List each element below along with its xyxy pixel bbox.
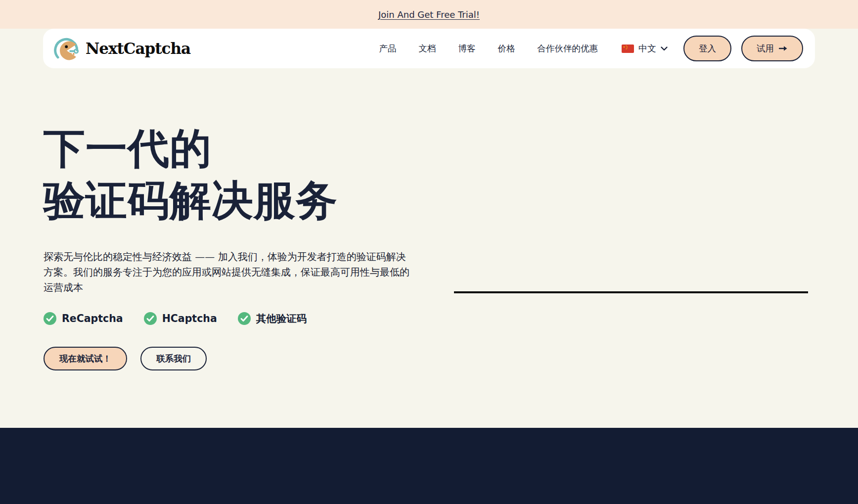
hero-title-line2: 验证码解决服务 [44, 175, 858, 227]
language-label: 中文 [638, 43, 656, 54]
feature-recaptcha: ReCaptcha [44, 312, 123, 325]
feature-hcaptcha: HCaptcha [144, 312, 217, 325]
china-flag-icon [622, 45, 634, 53]
try-now-button[interactable]: 现在就试试！ [44, 347, 127, 370]
nav-item-products[interactable]: 产品 [379, 43, 397, 54]
divider-line [454, 291, 808, 293]
nav-links: 产品 文档 博客 价格 合作伙伴的优惠 [379, 43, 598, 54]
feature-label: ReCaptcha [62, 313, 123, 324]
feature-label: 其他验证码 [256, 312, 307, 325]
cta-row: 现在就试试！ 联系我们 [44, 347, 858, 370]
check-icon [238, 312, 251, 325]
nav-actions: 登入 试用 [683, 36, 803, 61]
feature-other-captcha: 其他验证码 [238, 312, 307, 325]
hero-title: 下一代的 验证码解决服务 [44, 123, 858, 227]
check-icon [44, 312, 56, 325]
arrow-right-icon [779, 46, 788, 51]
contact-us-button[interactable]: 联系我们 [140, 347, 207, 370]
navbar: NextCaptcha 产品 文档 博客 价格 合作伙伴的优惠 中文 [43, 29, 815, 68]
brand-logo[interactable]: NextCaptcha [54, 35, 190, 62]
nav-item-docs[interactable]: 文档 [419, 43, 436, 54]
nav-item-partner-offers[interactable]: 合作伙伴的优惠 [538, 43, 598, 54]
login-button[interactable]: 登入 [683, 36, 731, 61]
nav-item-pricing[interactable]: 价格 [498, 43, 515, 54]
feature-list: ReCaptcha HCaptcha 其他验证码 [44, 312, 858, 325]
footer [0, 428, 858, 504]
hero-title-line1: 下一代的 [44, 123, 858, 175]
free-trial-link[interactable]: Join And Get Free Trial! [378, 9, 480, 20]
hero-section: 下一代的 验证码解决服务 探索无与伦比的稳定性与经济效益 —— 加入我们，体验为… [0, 68, 858, 370]
chevron-down-icon [661, 46, 668, 51]
login-button-label: 登入 [699, 43, 716, 54]
nav-item-blog[interactable]: 博客 [458, 43, 476, 54]
promo-banner: Join And Get Free Trial! [0, 0, 858, 29]
hero-description: 探索无与伦比的稳定性与经济效益 —— 加入我们，体验为开发者打造的验证码解决方案… [44, 249, 413, 295]
trial-button[interactable]: 试用 [741, 36, 803, 61]
feature-label: HCaptcha [162, 313, 217, 324]
brand-name: NextCaptcha [86, 40, 190, 57]
check-icon [144, 312, 157, 325]
navbar-wrap: NextCaptcha 产品 文档 博客 价格 合作伙伴的优惠 中文 [0, 29, 858, 68]
language-selector[interactable]: 中文 [622, 43, 668, 54]
trial-button-label: 试用 [757, 43, 774, 54]
pacman-key-logo-icon [54, 35, 81, 62]
